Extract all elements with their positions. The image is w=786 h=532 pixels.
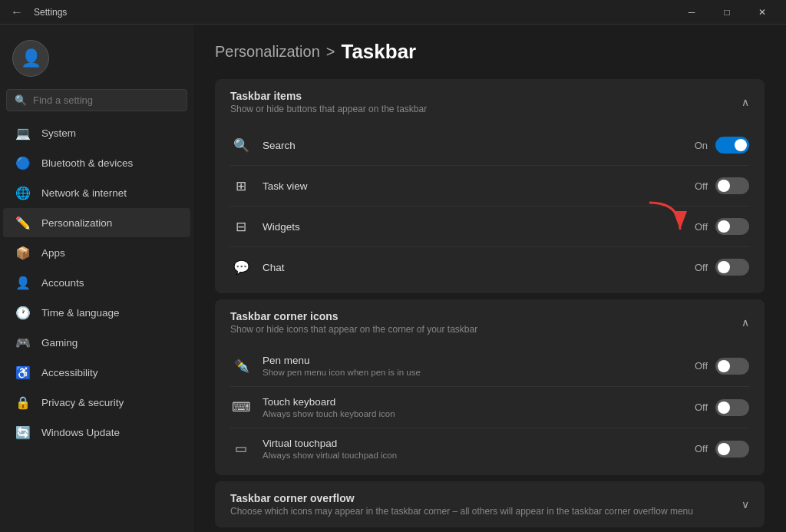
setting-sub-virtual-touchpad: Always show virtual touchpad icon xyxy=(263,451,397,460)
search-box[interactable]: 🔍 xyxy=(6,89,187,111)
search-icon: 🔍 xyxy=(15,94,27,106)
setting-left-widgets: ⊟ Widgets xyxy=(230,216,300,237)
sidebar-item-personalization[interactable]: ✏️ Personalization xyxy=(3,208,190,237)
section-taskbar-corner-icons: Taskbar corner icons Show or hide icons … xyxy=(215,299,765,475)
sidebar-item-label: Accounts xyxy=(41,277,84,289)
setting-left-search: 🔍 Search xyxy=(230,134,296,156)
toggle-label-search: On xyxy=(695,140,708,151)
gaming-icon: 🎮 xyxy=(15,335,31,350)
section-header-taskbar-corner-overflow[interactable]: Taskbar corner overflow Choose which ico… xyxy=(215,481,765,527)
user-section: 👤 xyxy=(0,31,193,89)
setting-row-search: 🔍 Search On xyxy=(230,125,749,166)
sidebar-item-label: Apps xyxy=(41,247,65,259)
apps-icon: 📦 xyxy=(15,245,31,260)
section-taskbar-items: Taskbar items Show or hide buttons that … xyxy=(215,79,765,293)
main-content: Personalization > Taskbar Taskbar items … xyxy=(193,25,786,532)
toggle-label-pen-menu: Off xyxy=(695,360,708,372)
virtual-touchpad-icon: ▭ xyxy=(230,438,252,460)
setting-label-touch-keyboard: Touch keyboard xyxy=(263,396,395,408)
maximize-button[interactable]: □ xyxy=(709,0,745,25)
section-title-taskbar-corner-icons: Taskbar corner icons xyxy=(230,310,477,322)
app-container: 👤 🔍 💻 System 🔵 Bluetooth & devices 🌐 Net… xyxy=(0,25,786,532)
sidebar-item-accounts[interactable]: 👤 Accounts xyxy=(3,268,190,297)
section-subtitle-taskbar-items: Show or hide buttons that appear on the … xyxy=(230,104,427,114)
toggle-label-touch-keyboard: Off xyxy=(695,401,708,413)
setting-sub-pen-menu: Show pen menu icon when pen is in use xyxy=(263,368,421,377)
toggle-pen-menu[interactable] xyxy=(715,358,749,375)
section-header-taskbar-items[interactable]: Taskbar items Show or hide buttons that … xyxy=(215,79,765,125)
toggle-label-taskview: Off xyxy=(695,180,708,192)
back-button[interactable]: ← xyxy=(6,2,28,23)
setting-label-widgets: Widgets xyxy=(263,221,300,233)
toggle-touch-keyboard[interactable] xyxy=(715,399,749,416)
widgets-icon: ⊟ xyxy=(230,216,252,237)
time-icon: 🕐 xyxy=(15,305,31,320)
toggle-label-virtual-touchpad: Off xyxy=(695,443,708,454)
toggle-chat[interactable] xyxy=(715,259,749,276)
setting-label-pen-menu: Pen menu xyxy=(263,355,421,366)
setting-left-taskview: ⊞ Task view xyxy=(230,175,308,197)
toggle-virtual-touchpad[interactable] xyxy=(715,441,749,458)
section-body-taskbar-items: 🔍 Search On ⊞ xyxy=(215,125,765,293)
sidebar-item-privacy[interactable]: 🔒 Privacy & security xyxy=(3,388,190,417)
chevron-taskbar-corner-icons: ∧ xyxy=(741,316,749,329)
sidebar-item-label: Accessibility xyxy=(41,367,98,378)
breadcrumb-separator: > xyxy=(326,43,335,61)
sidebar-item-system[interactable]: 💻 System xyxy=(3,118,190,147)
avatar: 👤 xyxy=(12,40,49,77)
setting-right-pen-menu: Off xyxy=(695,358,749,375)
section-header-taskbar-corner-icons[interactable]: Taskbar corner icons Show or hide icons … xyxy=(215,299,765,345)
titlebar-left: ← Settings xyxy=(6,2,67,23)
section-title-taskbar-corner-overflow: Taskbar corner overflow xyxy=(230,492,693,504)
setting-label-virtual-touchpad: Virtual touchpad xyxy=(263,438,397,449)
touch-keyboard-icon: ⌨ xyxy=(230,397,252,418)
search-input[interactable] xyxy=(33,94,179,106)
sidebar-item-label: Bluetooth & devices xyxy=(41,157,133,169)
breadcrumb-parent[interactable]: Personalization xyxy=(215,43,320,61)
sidebar-item-accessibility[interactable]: ♿ Accessibility xyxy=(3,358,190,387)
taskview-icon: ⊞ xyxy=(230,175,252,197)
sidebar-item-bluetooth[interactable]: 🔵 Bluetooth & devices xyxy=(3,148,190,177)
setting-right-search: On xyxy=(695,137,749,154)
sidebar-item-label: Gaming xyxy=(41,337,78,349)
setting-left-chat: 💬 Chat xyxy=(230,256,285,278)
setting-row-pen-menu: ✒️ Pen menu Show pen menu icon when pen … xyxy=(230,345,749,387)
accessibility-icon: ♿ xyxy=(15,365,31,380)
titlebar-controls: ─ □ ✕ xyxy=(674,0,780,25)
sidebar-item-label: System xyxy=(41,127,76,139)
close-button[interactable]: ✕ xyxy=(745,0,780,25)
section-title-taskbar-items: Taskbar items xyxy=(230,90,427,102)
setting-sub-touch-keyboard: Always show touch keyboard icon xyxy=(263,409,395,418)
update-icon: 🔄 xyxy=(15,425,31,440)
chat-icon: 💬 xyxy=(230,256,252,278)
bluetooth-icon: 🔵 xyxy=(15,155,31,170)
setting-label-chat: Chat xyxy=(263,262,285,273)
setting-right-widgets: Off xyxy=(695,218,749,235)
toggle-taskview[interactable] xyxy=(715,177,749,194)
sidebar-item-network[interactable]: 🌐 Network & internet xyxy=(3,178,190,207)
sidebar-item-gaming[interactable]: 🎮 Gaming xyxy=(3,328,190,357)
breadcrumb-current: Taskbar xyxy=(341,40,416,64)
nav-list: 💻 System 🔵 Bluetooth & devices 🌐 Network… xyxy=(0,117,193,448)
sidebar-item-apps[interactable]: 📦 Apps xyxy=(3,238,190,267)
sidebar-item-label: Windows Update xyxy=(41,427,120,438)
chevron-taskbar-corner-overflow: ∨ xyxy=(741,498,749,511)
sidebar-item-label: Network & internet xyxy=(41,187,127,199)
chevron-taskbar-items: ∧ xyxy=(741,96,749,108)
titlebar: ← Settings ─ □ ✕ xyxy=(0,0,786,25)
minimize-button[interactable]: ─ xyxy=(674,0,709,25)
section-taskbar-corner-overflow: Taskbar corner overflow Choose which ico… xyxy=(215,481,765,527)
setting-right-taskview: Off xyxy=(695,177,749,194)
sidebar-item-update[interactable]: 🔄 Windows Update xyxy=(3,418,190,447)
section-subtitle-taskbar-corner-icons: Show or hide icons that appear on the co… xyxy=(230,324,477,335)
sidebar-item-time[interactable]: 🕐 Time & language xyxy=(3,298,190,327)
toggle-widgets[interactable] xyxy=(715,218,749,235)
setting-left-virtual-touchpad: ▭ Virtual touchpad Always show virtual t… xyxy=(230,438,397,460)
personalization-icon: ✏️ xyxy=(15,215,31,230)
titlebar-title: Settings xyxy=(34,7,67,18)
toggle-search[interactable] xyxy=(715,137,749,154)
toggle-label-widgets: Off xyxy=(695,221,708,233)
sections-container: Taskbar items Show or hide buttons that … xyxy=(215,79,765,532)
system-icon: 💻 xyxy=(15,125,31,140)
setting-right-chat: Off xyxy=(695,259,749,276)
